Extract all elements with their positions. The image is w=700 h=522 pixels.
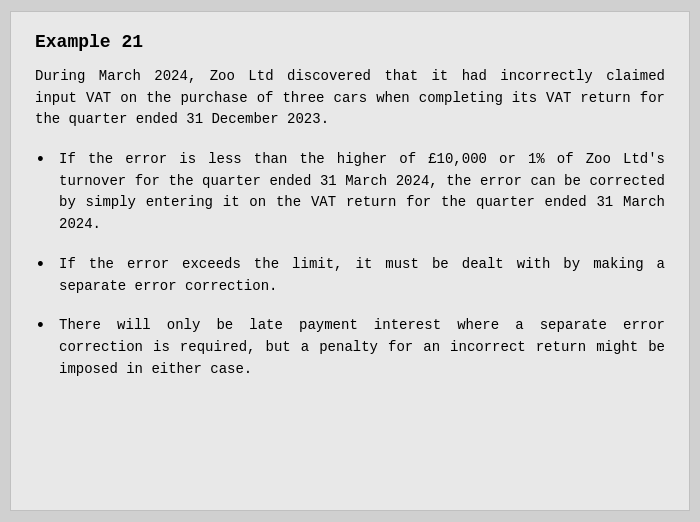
example-title: Example 21 [35, 32, 665, 52]
bullet-dot-2: • [35, 254, 59, 277]
bullet-text-3: There will only be late payment interest… [59, 315, 665, 380]
bullet-dot-1: • [35, 149, 59, 172]
intro-paragraph: During March 2024, Zoo Ltd discovered th… [35, 66, 665, 131]
bullet-text-1: If the error is less than the higher of … [59, 149, 665, 236]
bullet-dot-3: • [35, 315, 59, 338]
bullet-list: • If the error is less than the higher o… [35, 149, 665, 380]
main-container: Example 21 During March 2024, Zoo Ltd di… [10, 11, 690, 511]
bullet-item-1: • If the error is less than the higher o… [35, 149, 665, 236]
bullet-item-2: • If the error exceeds the limit, it mus… [35, 254, 665, 297]
bullet-item-3: • There will only be late payment intere… [35, 315, 665, 380]
bullet-text-2: If the error exceeds the limit, it must … [59, 254, 665, 297]
